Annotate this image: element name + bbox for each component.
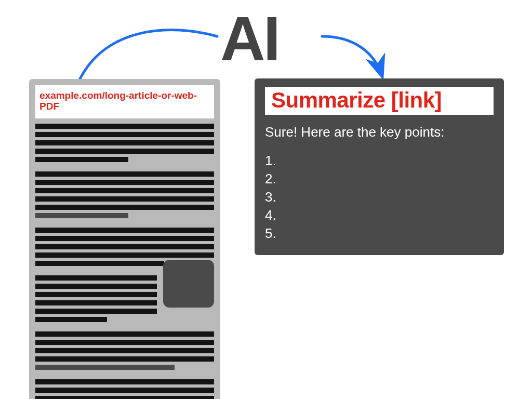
article-body-placeholder	[35, 124, 214, 399]
article-url-bar: example.com/long-article-or-web-PDF	[35, 85, 214, 118]
summary-point: 4.	[265, 206, 494, 224]
summary-point: 3.	[265, 188, 494, 206]
summary-prompt: Summarize [link]	[265, 87, 494, 115]
summary-point: 2.	[265, 170, 494, 188]
source-article-panel: example.com/long-article-or-web-PDF	[29, 79, 220, 399]
ai-label: AI	[220, 7, 278, 70]
summary-points-list: 1. 2. 3. 4. 5.	[265, 152, 494, 243]
article-image-placeholder	[163, 260, 214, 308]
arrow-ai-to-summary	[322, 36, 382, 75]
arrow-left-to-ai	[78, 30, 217, 83]
summary-point: 5.	[265, 224, 494, 243]
summary-response-intro: Sure! Here are the key points:	[265, 124, 494, 140]
summary-point: 1.	[265, 152, 494, 170]
ai-summary-panel: Summarize [link] Sure! Here are the key …	[255, 78, 504, 255]
